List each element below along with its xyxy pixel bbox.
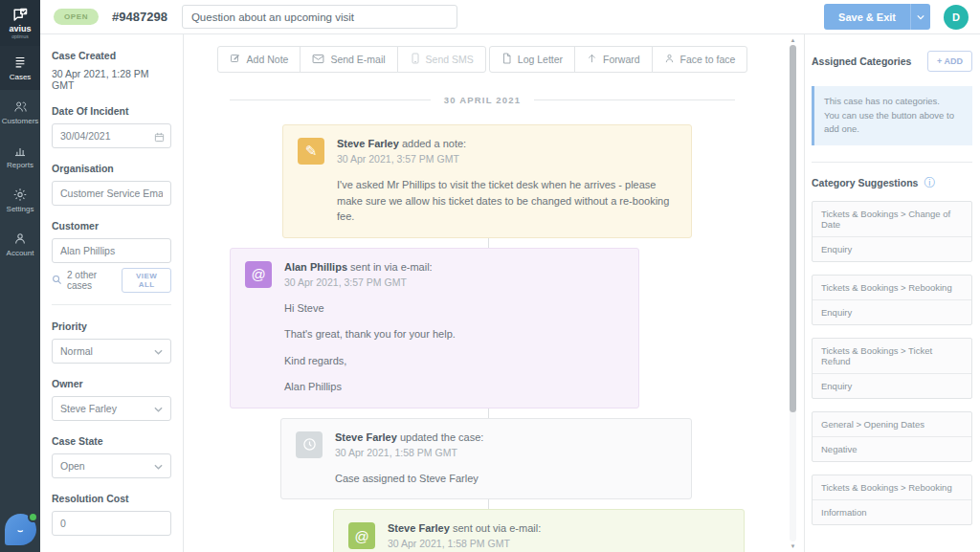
owner-select[interactable]: Steve Farley — [52, 396, 171, 421]
suggestion-sentiment: Information — [813, 500, 971, 524]
event-author: Steve Farley — [335, 431, 397, 443]
scroll-up-arrow[interactable]: ▲ — [789, 36, 797, 44]
event-action: sent in via e-mail: — [350, 261, 433, 273]
chat-bubble-icon — [12, 520, 30, 540]
timeline-connector — [488, 238, 489, 248]
event-timestamp: 30 Apr 2021, 1:58 PM GMT — [388, 538, 636, 549]
save-options-caret[interactable] — [910, 4, 930, 30]
case-details-panel: Case Created 30 Apr 2021, 1:28 PM GMT Da… — [40, 34, 184, 552]
suggestion-category: Tickets & Bookings > Rebooking — [813, 276, 971, 300]
category-suggestion[interactable]: Tickets & Bookings > Rebooking Enquiry — [812, 275, 972, 325]
email-at-icon: @ — [245, 261, 272, 288]
no-categories-notice: This case has no categories. You can use… — [812, 86, 972, 145]
customer-label: Customer — [52, 220, 171, 232]
category-suggestion[interactable]: Tickets & Bookings > Rebooking Informati… — [812, 475, 972, 525]
save-exit-button[interactable]: Save & Exit — [824, 4, 910, 30]
app-logo[interactable]: avius optimus — [0, 0, 40, 46]
calendar-icon[interactable] — [154, 129, 165, 146]
pencil-square-icon — [230, 53, 241, 66]
sidebar-item-reports[interactable]: Reports — [0, 134, 40, 178]
event-body-text: Alan Phillips — [284, 379, 456, 395]
sidebar-item-label: Reports — [7, 161, 33, 169]
scrollbar-thumb[interactable] — [790, 45, 796, 412]
timeline-card-update: Steve Farley updated the case: 30 Apr 20… — [280, 418, 692, 500]
event-body-text: Hi Steve — [284, 300, 456, 317]
timeline-scrollbar[interactable]: ▲ ▼ — [789, 36, 797, 550]
phone-icon — [410, 53, 420, 66]
customer-input[interactable] — [52, 238, 171, 263]
send-sms-button[interactable]: Send SMS — [397, 46, 486, 73]
envelope-icon — [312, 54, 324, 66]
suggestion-category: Tickets & Bookings > Rebooking — [813, 475, 971, 500]
sidebar-item-settings[interactable]: Settings — [0, 178, 40, 222]
sidebar-item-customers[interactable]: Customers — [0, 90, 40, 134]
suggestion-sentiment: Enquiry — [813, 300, 971, 324]
resolution-cost-input[interactable] — [52, 511, 171, 536]
timeline-date-separator: 30 APRIL 2021 — [230, 95, 735, 105]
panel-divider — [812, 162, 972, 163]
suggestion-sentiment: Enquiry — [813, 374, 971, 398]
event-timestamp: 30 Apr 2021, 3:57 PM GMT — [337, 153, 677, 165]
other-cases-count: 2 other cases — [67, 270, 117, 291]
categories-panel: Assigned Categories + ADD This case has … — [804, 34, 980, 552]
log-letter-button[interactable]: Log Letter — [489, 46, 575, 73]
add-category-button[interactable]: + ADD — [927, 51, 972, 72]
face-to-face-button[interactable]: Face to face — [652, 46, 748, 73]
chat-launcher-button[interactable] — [5, 514, 36, 545]
gear-icon — [12, 188, 28, 202]
category-suggestion[interactable]: Tickets & Bookings > Ticket Refund Enqui… — [812, 338, 972, 399]
scrollbar-track[interactable] — [790, 45, 796, 541]
case-number: #9487298 — [112, 10, 167, 24]
cases-icon — [12, 55, 28, 70]
organisation-input[interactable] — [52, 181, 171, 206]
document-icon — [501, 53, 512, 66]
scroll-down-arrow[interactable]: ▼ — [789, 542, 797, 550]
person-icon — [12, 232, 28, 246]
avius-logo-icon — [11, 8, 29, 23]
event-action: sent out via e-mail: — [453, 522, 541, 534]
sidebar-item-cases[interactable]: Cases — [0, 46, 40, 90]
timeline-connector — [488, 499, 489, 509]
chevron-down-icon — [154, 345, 163, 357]
email-at-icon: @ — [348, 522, 375, 549]
event-action: added a note: — [402, 138, 466, 149]
user-avatar[interactable]: D — [944, 5, 969, 30]
sidebar-item-label: Account — [7, 249, 34, 257]
priority-label: Priority — [52, 320, 171, 332]
info-icon[interactable]: ⓘ — [924, 177, 935, 188]
customers-icon — [12, 99, 29, 114]
priority-select[interactable]: Normal — [52, 339, 171, 364]
timeline-action-bar: Add Note Send E-mail Send SMS — [184, 46, 781, 73]
event-action: updated the case: — [400, 431, 483, 443]
event-author: Alan Phillips — [284, 261, 347, 273]
timeline-card-note: ✎ Steve Farley added a note: 30 Apr 2021… — [282, 124, 692, 238]
timeline-card-email-in: @ Alan Phillips sent in via e-mail: 30 A… — [230, 248, 639, 408]
timeline-connector — [488, 408, 489, 418]
suggestion-sentiment: Negative — [813, 437, 971, 461]
case-state-select[interactable]: Open — [52, 453, 171, 478]
case-status-badge: OPEN — [54, 9, 99, 25]
forward-button[interactable]: Forward — [574, 46, 653, 73]
event-author: Steve Farley — [337, 138, 399, 149]
add-note-button[interactable]: Add Note — [217, 46, 301, 73]
category-suggestion[interactable]: Tickets & Bookings > Change of Date Enqu… — [812, 201, 972, 262]
sidebar-item-label: Settings — [7, 205, 34, 213]
timeline-card-email-out: @ Steve Farley sent out via e-mail: 30 A… — [333, 509, 745, 552]
search-icon — [52, 272, 62, 289]
event-body-text: I've asked Mr Phillips to visit the tick… — [337, 177, 677, 225]
case-created-value: 30 Apr 2021, 1:28 PM GMT — [52, 68, 171, 91]
view-all-button[interactable]: VIEW ALL — [122, 268, 171, 293]
case-title-input[interactable] — [182, 5, 457, 29]
suggestion-category: Tickets & Bookings > Ticket Refund — [813, 339, 971, 374]
date-of-incident-label: Date Of Incident — [52, 105, 171, 117]
case-created-label: Case Created — [52, 50, 171, 61]
event-body-text: That's great, thank you for your help. — [284, 326, 456, 342]
sidebar-item-account[interactable]: Account — [0, 222, 40, 266]
sidebar-item-label: Cases — [10, 73, 32, 81]
online-status-dot — [28, 512, 38, 522]
send-email-button[interactable]: Send E-mail — [300, 46, 397, 73]
category-suggestion[interactable]: General > Opening Dates Negative — [812, 411, 972, 462]
brand-subname: optimus — [11, 33, 29, 39]
assigned-categories-title: Assigned Categories — [812, 55, 911, 67]
sidebar-item-label: Customers — [2, 117, 39, 125]
